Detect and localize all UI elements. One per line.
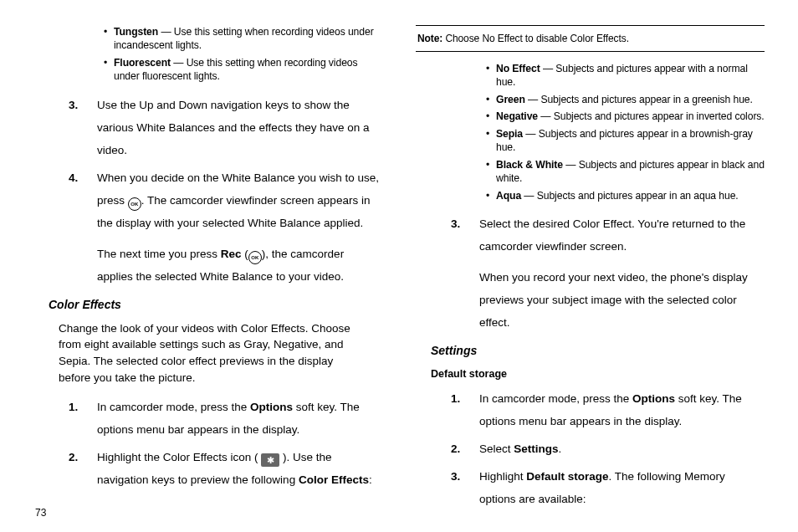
step-item: Use the Up and Down navigation keys to s…	[33, 94, 382, 161]
step-item: Select Settings.	[416, 437, 765, 460]
list-item: Tungsten — Use this setting when recordi…	[104, 25, 382, 53]
list-item: Fluorescent — Use this setting when reco…	[104, 56, 382, 84]
wb-sub-bullets: Tungsten — Use this setting when recordi…	[104, 25, 382, 84]
step-item: In camcorder mode, press the Options sof…	[33, 396, 382, 441]
settings-title: Settings	[431, 342, 765, 360]
step-item: Select the desired Color Effect. You're …	[416, 212, 765, 334]
effect-steps: Select the desired Color Effect. You're …	[416, 212, 765, 334]
list-item: Negative — Subjects and pictures appear …	[486, 110, 765, 123]
note-text: Choose No Effect to disable Color Effect…	[442, 33, 629, 44]
list-item: Black & White — Subjects and pictures ap…	[486, 158, 765, 186]
default-storage-title: Default storage	[431, 366, 765, 382]
color-effects-steps: In camcorder mode, press the Options sof…	[33, 396, 382, 491]
list-item: No Effect — Subjects and pictures appear…	[486, 62, 765, 90]
list-item: Sepia — Subjects and pictures appear in …	[486, 127, 765, 155]
right-column: Note: Choose No Effect to disable Color …	[416, 25, 765, 517]
left-column: Tungsten — Use this setting when recordi…	[33, 25, 382, 517]
step-item: In camcorder mode, press the Options sof…	[416, 387, 765, 432]
settings-steps: In camcorder mode, press the Options sof…	[416, 387, 765, 510]
wb-steps: Use the Up and Down navigation keys to s…	[33, 94, 382, 288]
effect-bullets: No Effect — Subjects and pictures appear…	[486, 62, 765, 202]
note-box: Note: Choose No Effect to disable Color …	[416, 25, 765, 52]
note-label: Note:	[417, 33, 442, 44]
step-item: Highlight Default storage. The following…	[416, 465, 765, 510]
list-item: Green — Subjects and pictures appear in …	[486, 93, 765, 106]
list-item: Aqua — Subjects and pictures appear in a…	[486, 189, 765, 202]
page-number: 73	[35, 507, 46, 519]
effects-icon: ✱	[261, 453, 279, 467]
step-item: When you decide on the White Balance you…	[33, 166, 382, 288]
color-effects-title: Color Effects	[49, 296, 382, 314]
page: Tungsten — Use this setting when recordi…	[0, 0, 798, 532]
step-item: Highlight the Color Effects icon ( ✱ ). …	[33, 446, 382, 491]
ok-icon: OK	[128, 197, 141, 211]
color-effects-intro: Change the look of your videos with Colo…	[59, 320, 367, 386]
ok-icon: OK	[248, 251, 262, 264]
